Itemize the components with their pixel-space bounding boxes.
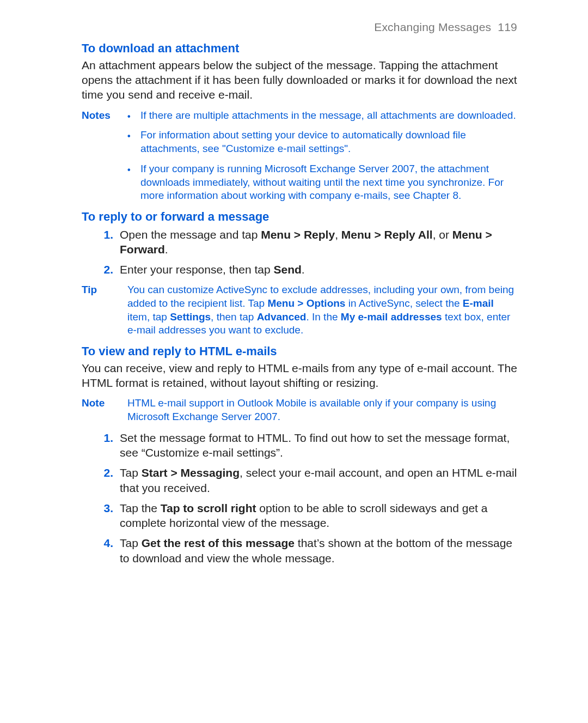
step-item: 3. Tap the Tap to scroll right option to… [100,501,517,531]
steps-reply-forward: 1. Open the message and tap Menu > Reply… [100,227,517,277]
para-html-emails: You can receive, view and reply to HTML … [82,361,517,391]
bullet-icon: • [127,109,133,123]
step-number: 2. [100,262,113,277]
step-number: 2. [100,465,113,495]
step-text: Enter your response, then tap Send. [120,262,517,277]
step-text: Tap Get the rest of this message that’s … [120,536,517,566]
note-block: Note HTML e-mail support in Outlook Mobi… [82,397,517,423]
note-item: • If there are multiple attachments in t… [127,109,517,123]
page-number: 119 [498,21,517,33]
section-name: Exchanging Messages [374,21,491,33]
step-number: 4. [100,536,113,566]
step-text: Open the message and tap Menu > Reply, M… [120,227,517,257]
note-label: Note [82,397,114,423]
step-number: 1. [100,227,113,257]
step-item: 4. Tap Get the rest of this message that… [100,536,517,566]
step-item: 1. Set the message format to HTML. To fi… [100,430,517,460]
note-text: For information about setting your devic… [140,129,517,155]
step-item: 2. Enter your response, then tap Send. [100,262,517,277]
step-text: Tap Start > Messaging, select your e-mai… [120,465,517,495]
notes-body: • If there are multiple attachments in t… [127,109,517,203]
tip-body: You can customize ActiveSync to exclude … [127,283,517,337]
notes-label: Notes [82,109,114,203]
note-body: HTML e-mail support in Outlook Mobile is… [127,397,517,423]
tip-text: You can customize ActiveSync to exclude … [127,283,517,337]
note-item: • If your company is running Microsoft E… [127,162,517,203]
notes-block: Notes • If there are multiple attachment… [82,109,517,203]
bullet-icon: • [127,162,133,203]
note-item: • For information about setting your dev… [127,129,517,155]
heading-reply-forward: To reply to or forward a message [82,209,517,225]
heading-html-emails: To view and reply to HTML e-mails [82,344,517,360]
para-download-attachment: An attachment appears below the subject … [82,58,517,102]
tip-block: Tip You can customize ActiveSync to excl… [82,283,517,337]
step-number: 1. [100,430,113,460]
step-number: 3. [100,501,113,531]
step-text: Set the message format to HTML. To find … [120,430,517,460]
note-text: HTML e-mail support in Outlook Mobile is… [127,397,517,423]
heading-download-attachment: To download an attachment [82,41,517,57]
step-item: 2. Tap Start > Messaging, select your e-… [100,465,517,495]
bullet-icon: • [127,129,133,155]
running-header: Exchanging Messages 119 [82,20,517,34]
steps-html-emails: 1. Set the message format to HTML. To fi… [100,430,517,566]
step-item: 1. Open the message and tap Menu > Reply… [100,227,517,257]
page: Exchanging Messages 119 To download an a… [0,0,588,723]
note-text: If your company is running Microsoft Exc… [140,162,517,203]
step-text: Tap the Tap to scroll right option to be… [120,501,517,531]
note-text: If there are multiple attachments in the… [140,109,517,123]
tip-label: Tip [82,283,114,337]
